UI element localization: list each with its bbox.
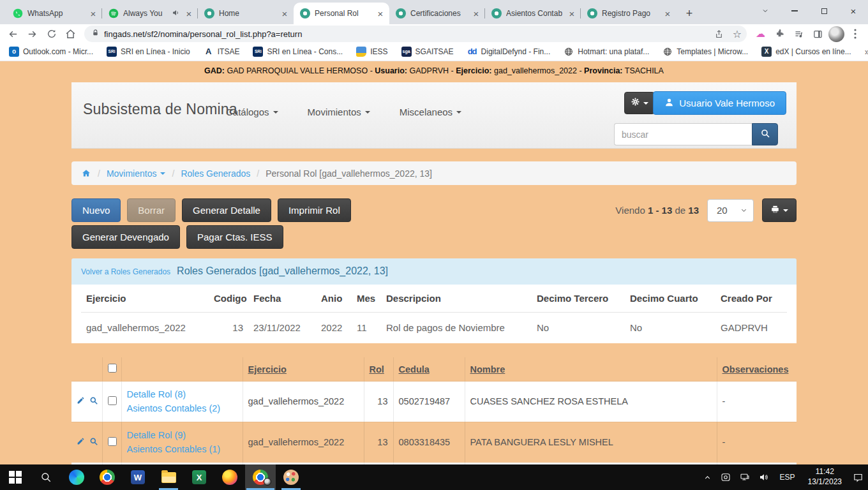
bookmark-itsae[interactable]: AITSAE: [204, 47, 240, 57]
bookmark-digitaldefynd[interactable]: ddDigitalDefynd - Fin...: [467, 47, 551, 57]
asientos-contables-link[interactable]: Asientos Contables (1): [127, 442, 237, 456]
imprimir-rol-button[interactable]: Imprimir Rol: [278, 198, 351, 222]
search-input[interactable]: [614, 123, 752, 145]
bookmark-hotmart[interactable]: Hotmart: una plataf...: [564, 47, 649, 57]
lock-icon[interactable]: [92, 29, 99, 39]
back-icon[interactable]: [4, 26, 22, 42]
bookmark-outlook[interactable]: oOutlook.com - Micr...: [9, 47, 93, 57]
tab-registro-pago[interactable]: Registro Pago ×: [581, 3, 677, 24]
tab-close-icon[interactable]: ×: [471, 8, 481, 19]
bookmark-edx[interactable]: XedX | Cursos en líne...: [761, 47, 851, 57]
taskbar-explorer[interactable]: [153, 464, 184, 490]
tab-close-icon[interactable]: ×: [567, 8, 577, 19]
language-indicator[interactable]: ESP: [774, 464, 802, 490]
taskbar-edge[interactable]: [61, 464, 92, 490]
tab-close-icon[interactable]: ×: [88, 8, 98, 19]
tab-asientos-contables[interactable]: Asientos Contabl ×: [485, 3, 581, 24]
new-tab-button[interactable]: +: [680, 4, 698, 22]
select-all-checkbox[interactable]: [108, 364, 117, 373]
pagar-ctas-iess-button[interactable]: Pagar Ctas. IESS: [186, 225, 283, 249]
tab-spotify[interactable]: Always You ×: [102, 3, 198, 24]
weather-extension-icon[interactable]: ☁: [752, 26, 769, 42]
menu-catalogos[interactable]: Catálogos: [226, 107, 278, 117]
minimize-button[interactable]: [780, 0, 809, 22]
start-button[interactable]: [0, 464, 31, 490]
bookmark-sri-inicio[interactable]: SRiSRI en Línea - Inicio: [107, 47, 190, 57]
share-icon[interactable]: [710, 26, 728, 42]
view-icon[interactable]: [89, 396, 98, 407]
menu-miscelaneos[interactable]: Miscelaneos: [400, 107, 461, 117]
col-nombre[interactable]: Nombre: [465, 357, 717, 382]
taskbar-search-button[interactable]: [31, 464, 61, 490]
browser-menu-icon[interactable]: [846, 26, 864, 42]
tray-meet-now-icon[interactable]: [716, 464, 735, 490]
asientos-contables-link[interactable]: Asientos Contables (2): [127, 401, 237, 415]
tab-home[interactable]: Home ×: [198, 3, 294, 24]
print-button[interactable]: [762, 198, 797, 222]
edit-icon[interactable]: [77, 396, 85, 406]
row-checkbox[interactable]: [108, 396, 117, 405]
close-window-button[interactable]: ×: [839, 0, 868, 22]
playlist-extension-icon[interactable]: [790, 26, 807, 42]
address-bar[interactable]: fingads.net/sf2/nomina/personal_rol_list…: [84, 26, 747, 42]
search-button[interactable]: [752, 123, 778, 145]
side-panel-icon[interactable]: [809, 26, 827, 42]
extensions-puzzle-icon[interactable]: [771, 26, 788, 42]
nuevo-button[interactable]: Nuevo: [71, 198, 121, 222]
tab-close-icon[interactable]: ×: [662, 8, 673, 19]
bookmark-templates[interactable]: Templates | Microw...: [662, 47, 748, 57]
tab-close-icon[interactable]: ×: [280, 8, 290, 19]
bookmarks-overflow-icon[interactable]: »: [865, 47, 868, 57]
row-checkbox[interactable]: [108, 437, 117, 446]
tab-close-icon[interactable]: ×: [375, 8, 385, 19]
url-text[interactable]: fingads.net/sf2/nomina/personal_rol_list…: [104, 29, 705, 39]
taskbar-word[interactable]: W: [123, 464, 153, 490]
bookmark-star-icon[interactable]: ☆: [733, 28, 742, 40]
borrar-button[interactable]: Borrar: [127, 198, 176, 222]
settings-button[interactable]: [624, 92, 655, 114]
reload-icon[interactable]: [43, 26, 60, 42]
taskbar-clock[interactable]: 11:4213/1/2023: [802, 467, 848, 487]
taskbar-firefox[interactable]: [214, 464, 245, 490]
tray-network-icon[interactable]: [735, 464, 754, 490]
col-observaciones[interactable]: Observaciones: [717, 357, 797, 382]
taskbar-excel[interactable]: X: [184, 464, 214, 490]
notification-center-icon[interactable]: [848, 464, 868, 490]
tab-whatsapp[interactable]: WhatsApp ×: [6, 3, 102, 24]
cell-observaciones: -: [717, 382, 797, 422]
tab-search-chevron-icon[interactable]: [751, 0, 780, 22]
bookmark-sri-consultas[interactable]: SRiSRI en Línea - Cons...: [253, 47, 343, 57]
maximize-button[interactable]: [809, 0, 839, 22]
edit-icon[interactable]: [77, 437, 85, 447]
tab-personal-rol[interactable]: Personal Rol ×: [294, 3, 389, 24]
cell-creado-por: GADPRVH: [715, 313, 787, 342]
breadcrumb-movimientos[interactable]: Movimientos: [107, 168, 166, 179]
forward-icon[interactable]: [24, 26, 41, 42]
tab-audio-icon[interactable]: [172, 9, 179, 19]
bookmark-iess[interactable]: IESS: [356, 47, 387, 57]
profile-avatar[interactable]: [828, 26, 844, 42]
taskbar-paint[interactable]: [276, 464, 306, 490]
menu-movimientos[interactable]: Movimientos: [308, 107, 370, 117]
bookmark-sgaitsae[interactable]: sgaSGAITSAE: [401, 47, 454, 57]
col-rol[interactable]: Rol: [364, 357, 393, 382]
col-ejercicio[interactable]: Ejercicio: [243, 357, 364, 382]
tray-chevron-up-icon[interactable]: [699, 464, 716, 490]
tab-certificaciones[interactable]: Certificaciones ×: [389, 3, 485, 24]
generar-devengado-button[interactable]: Generar Devengado: [71, 225, 180, 249]
home-icon[interactable]: [62, 26, 79, 42]
col-cedula[interactable]: Cedula: [393, 357, 465, 382]
page-size-select[interactable]: 20: [707, 199, 754, 222]
taskbar-chrome-active[interactable]: [245, 464, 276, 490]
volver-link[interactable]: Volver a Roles Generados: [81, 267, 170, 276]
view-icon[interactable]: [89, 437, 98, 448]
tray-volume-icon[interactable]: [754, 464, 774, 490]
detalle-rol-link[interactable]: Detalle Rol (9): [127, 428, 237, 442]
detalle-rol-link[interactable]: Detalle Rol (8): [127, 387, 237, 401]
user-button[interactable]: Usuario Vale Hermoso: [653, 91, 786, 115]
taskbar-chrome[interactable]: [92, 464, 123, 490]
breadcrumb-roles-generados[interactable]: Roles Generados: [181, 168, 250, 179]
generar-detalle-button[interactable]: Generar Detalle: [182, 198, 271, 222]
tab-close-icon[interactable]: ×: [184, 8, 194, 19]
breadcrumb-home[interactable]: [81, 168, 91, 178]
